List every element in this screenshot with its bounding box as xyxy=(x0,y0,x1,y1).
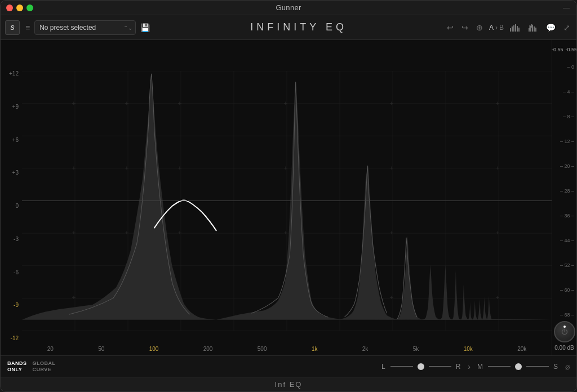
svg-text:+: + xyxy=(125,164,128,171)
vu-0: – 0 xyxy=(567,64,574,70)
svg-text:+: + xyxy=(283,164,287,171)
menu-button[interactable]: ≡ xyxy=(23,22,32,33)
y-label-0: 0 xyxy=(1,203,22,209)
svg-text:+: + xyxy=(177,229,181,236)
x-label-500: 500 xyxy=(258,346,267,352)
svg-rect-1 xyxy=(512,26,513,32)
svg-rect-4 xyxy=(517,26,518,32)
eq-main: +12 +9 +6 +3 0 -3 -6 -9 -12 xyxy=(1,40,576,355)
save-preset-button[interactable]: 💾 xyxy=(138,22,152,33)
y-label-12: +12 xyxy=(1,71,22,77)
main-window: Gunner — S ≡ No preset selected ⌃⌄ 💾 INF… xyxy=(0,0,577,392)
ab-arrow-icon: › xyxy=(495,24,498,32)
svg-rect-10 xyxy=(535,28,536,32)
undo-button[interactable]: ↩ xyxy=(445,22,455,33)
lr-to-ms-arrow[interactable]: › xyxy=(468,362,471,371)
footer: Inf EQ xyxy=(1,377,576,391)
y-label-9: +9 xyxy=(1,104,22,110)
preset-section: ≡ No preset selected ⌃⌄ 💾 xyxy=(23,20,152,35)
vu-60: – 60 – xyxy=(560,287,574,293)
vu-8: – 8 – xyxy=(563,114,574,119)
preset-wrapper: No preset selected ⌃⌄ xyxy=(34,20,136,35)
power-dot xyxy=(563,326,566,328)
close-button[interactable] xyxy=(6,5,13,11)
ab-a-button[interactable]: A xyxy=(489,24,494,32)
spectrum-button[interactable] xyxy=(508,23,522,33)
vu-scale: – 0 – 4 – – 8 – – 12 – – 20 – – 28 – – 3… xyxy=(552,55,576,355)
ab-b-button[interactable]: B xyxy=(499,24,504,32)
svg-text:+: + xyxy=(389,229,393,236)
ms-line-left xyxy=(488,366,511,367)
svg-text:+: + xyxy=(72,294,76,301)
ms-line-right xyxy=(526,366,549,367)
only-label: ONLY xyxy=(7,367,27,373)
y-label-n3: -3 xyxy=(1,237,22,242)
x-label-5k: 5k xyxy=(413,346,419,352)
y-label-3: +3 xyxy=(1,170,22,176)
plugin-logo[interactable]: S xyxy=(5,20,20,35)
svg-text:+: + xyxy=(283,99,287,106)
resize-button[interactable]: ⤢ xyxy=(562,22,572,33)
svg-text:+: + xyxy=(495,229,499,236)
minimize-button[interactable] xyxy=(16,5,23,11)
preset-select[interactable]: No preset selected xyxy=(34,20,136,35)
power-db-label: 0.00 dB xyxy=(554,345,574,351)
svg-rect-5 xyxy=(518,28,520,32)
link-button[interactable]: ⊕ xyxy=(474,22,485,33)
svg-text:+: + xyxy=(177,164,181,171)
bottom-center: L R › M S ⌀ xyxy=(381,362,570,371)
plugin-bar: S ≡ No preset selected ⌃⌄ 💾 INFINITY EQ … xyxy=(1,15,576,40)
null-button[interactable]: ⌀ xyxy=(565,362,570,371)
svg-rect-0 xyxy=(510,28,511,32)
lr-line-right xyxy=(429,366,451,367)
vu-12: – 12 – xyxy=(560,139,574,144)
l-label: L xyxy=(381,363,386,371)
title-bar: Gunner — xyxy=(1,1,576,15)
svg-rect-2 xyxy=(513,25,514,32)
window-right-control: — xyxy=(563,4,570,12)
global-curve-button[interactable]: GLOBAL CURVE xyxy=(33,360,56,373)
y-axis-labels: +12 +9 +6 +3 0 -3 -6 -9 -12 xyxy=(1,40,22,355)
x-label-20: 20 xyxy=(47,346,54,352)
svg-text:+: + xyxy=(495,99,499,106)
power-knob[interactable] xyxy=(554,321,575,342)
bottom-bar: BANDS ONLY GLOBAL CURVE L R › M xyxy=(1,355,576,377)
ab-section: A › B xyxy=(489,24,504,32)
lr-section: L R xyxy=(381,363,461,371)
svg-text:+: + xyxy=(72,229,76,236)
x-label-2k: 2k xyxy=(362,346,369,352)
vu-36: – 36 – xyxy=(560,213,574,219)
lr-knob[interactable] xyxy=(418,363,424,370)
lr-line-left xyxy=(390,366,413,367)
svg-text:+: + xyxy=(495,164,499,171)
svg-rect-9 xyxy=(534,26,535,32)
eq-spectrum: + + + + + + + + + + + + + + + xyxy=(22,71,552,331)
redo-button[interactable]: ↪ xyxy=(460,22,470,33)
vu-28: – 28 – xyxy=(560,188,574,194)
eq-canvas-area[interactable]: +12 +9 +6 +3 0 -3 -6 -9 -12 xyxy=(1,40,552,355)
bands-only-button[interactable]: BANDS ONLY xyxy=(7,360,27,373)
comment-button[interactable]: 💬 xyxy=(544,22,557,33)
y-label-n9: -9 xyxy=(1,302,22,308)
svg-text:+: + xyxy=(283,229,287,236)
spectrum-svg: + + + + + + + + + + + + + + + xyxy=(22,71,552,331)
window-controls xyxy=(6,5,33,11)
svg-text:+: + xyxy=(389,294,393,301)
ms-knob[interactable] xyxy=(515,363,522,370)
power-icon xyxy=(561,328,569,336)
x-label-50: 50 xyxy=(98,346,104,352)
x-label-20k: 20k xyxy=(517,346,526,352)
vu-right-peak: -0.55 xyxy=(566,47,577,52)
global-label: GLOBAL xyxy=(33,360,56,367)
x-label-1k: 1k xyxy=(312,346,318,352)
x-label-100: 100 xyxy=(149,346,159,352)
plugin-title: INFINITY EQ xyxy=(250,21,347,33)
y-label-n12: -12 xyxy=(1,336,22,341)
midi-button[interactable] xyxy=(526,23,540,33)
maximize-button[interactable] xyxy=(26,5,33,11)
vu-68: – 68 – xyxy=(560,312,574,318)
vu-left-peak: -0.55 xyxy=(552,47,563,52)
vu-4: – 4 – xyxy=(563,89,574,95)
vu-meter: -0.55 -0.55 – 0 – 4 – – 8 – – 12 – – 20 … xyxy=(552,40,576,355)
ms-section: M S xyxy=(477,363,558,371)
